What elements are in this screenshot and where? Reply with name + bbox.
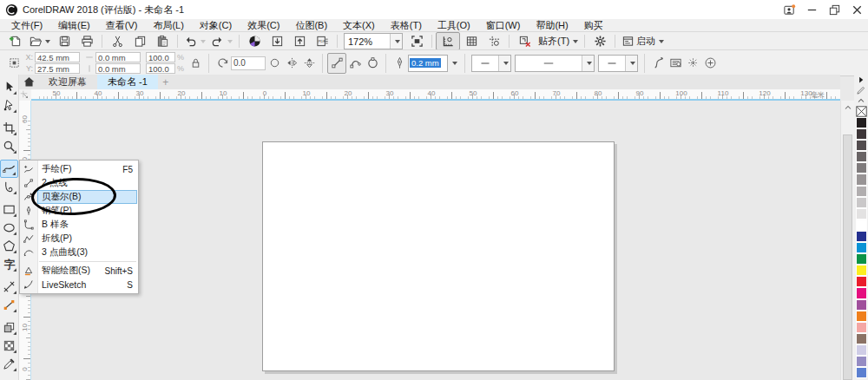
width-input[interactable] (95, 52, 141, 62)
tool-shape[interactable] (0, 96, 18, 115)
tool-drop-shadow[interactable] (0, 318, 18, 337)
drawing-canvas[interactable] (31, 101, 840, 380)
snap-disable-button[interactable] (513, 33, 536, 49)
menu-file[interactable]: 文件(F) (3, 19, 50, 31)
menu-item-freehand[interactable]: 手绘(F) F5 (20, 162, 138, 176)
menu-item-livesketch[interactable]: LiveSketch S (20, 278, 138, 292)
menu-tools[interactable]: 工具(O) (430, 19, 478, 31)
arc-segment-button[interactable] (346, 54, 364, 73)
welcome-home-button[interactable] (19, 75, 38, 89)
open-button[interactable] (26, 33, 53, 49)
menu-item-smart-drawing[interactable]: 智能绘图(S) Shift+S (20, 264, 138, 278)
tool-polygon[interactable] (0, 237, 18, 255)
swatch-pale-lavender[interactable] (856, 344, 867, 356)
launch-button[interactable]: 启动 (619, 33, 667, 49)
swatch-green[interactable] (856, 253, 867, 265)
tool-connector[interactable] (0, 296, 18, 314)
account-button[interactable] (778, 1, 800, 18)
swatch-yellow[interactable] (856, 265, 867, 276)
show-rulers-button[interactable] (436, 32, 460, 50)
tab-untitled-1[interactable]: 未命名 -1 (97, 75, 158, 89)
swatch-magenta[interactable] (856, 287, 867, 298)
tool-freehand[interactable] (0, 160, 18, 178)
menu-item-3-point-curve[interactable]: 3 点曲线(3) (20, 246, 138, 259)
swatch-red[interactable] (856, 276, 867, 287)
zoom-level-dropdown[interactable] (390, 34, 402, 49)
menu-view[interactable]: 查看(V) (98, 19, 146, 31)
show-grid-button[interactable] (460, 33, 483, 49)
tool-pick[interactable] (0, 78, 18, 96)
swatch-blue[interactable] (856, 231, 867, 242)
object-position-button[interactable] (5, 54, 23, 73)
scale-v-input[interactable] (146, 63, 175, 74)
menu-object[interactable]: 对象(C) (192, 19, 240, 31)
document-page[interactable] (262, 141, 615, 371)
scroll-up-button[interactable] (841, 101, 855, 114)
end-arrowhead-dropdown[interactable] (625, 56, 637, 71)
menu-layout[interactable]: 布局(L) (145, 19, 191, 31)
scale-h-input[interactable] (146, 52, 175, 62)
menu-window[interactable]: 窗口(W) (478, 19, 529, 31)
swatch-black[interactable] (856, 117, 867, 128)
vertical-scrollbar[interactable] (840, 101, 854, 380)
outline-width-value[interactable]: 0.2 mm (410, 58, 441, 68)
tab-welcome[interactable]: 欢迎屏幕 (38, 75, 97, 89)
menu-item-b-spline[interactable]: B 样条 (20, 218, 138, 232)
rotate-button[interactable] (214, 54, 231, 73)
swatch-sky-blue[interactable] (856, 367, 867, 378)
zoom-level[interactable]: 172% (344, 33, 403, 49)
search-content-button[interactable] (243, 33, 266, 49)
swatch-pink[interactable] (856, 322, 867, 333)
menu-edit[interactable]: 编辑(E) (50, 19, 98, 31)
menu-effects[interactable]: 效果(C) (240, 19, 287, 31)
start-arrowhead-dropdown[interactable] (498, 56, 510, 71)
minimize-button[interactable] (800, 1, 823, 18)
tool-ellipse[interactable] (0, 219, 18, 237)
new-document-button[interactable] (3, 33, 26, 49)
swatch-lavender[interactable] (856, 356, 867, 367)
palette-options-button[interactable] (854, 85, 868, 95)
rotation-angle-input[interactable] (231, 56, 266, 70)
tool-rectangle[interactable] (0, 200, 18, 219)
menu-text[interactable]: 文本(X) (335, 19, 383, 31)
tool-transparency[interactable] (0, 337, 18, 355)
swatch-60-black[interactable] (856, 162, 867, 174)
swatch-purple[interactable] (856, 299, 867, 311)
end-arrowhead-combo[interactable] (598, 55, 638, 72)
palette-overflow-button[interactable] (854, 75, 868, 85)
import-button[interactable] (266, 33, 288, 49)
close-curve-button[interactable] (364, 54, 381, 73)
snap-to-button[interactable]: 贴齐(T) (536, 33, 581, 49)
x-position-input[interactable] (35, 52, 80, 62)
swatch-80-black[interactable] (856, 140, 867, 151)
line-segment-button[interactable] (327, 53, 346, 74)
new-tab-button[interactable]: + (158, 75, 174, 89)
tool-dimension[interactable] (0, 278, 18, 296)
swatch-white[interactable] (856, 219, 867, 231)
outline-width-combo[interactable]: 0.2 mm (408, 55, 448, 72)
tool-crop[interactable] (0, 119, 18, 137)
menu-table[interactable]: 表格(T) (383, 19, 430, 31)
scrollbar-thumb[interactable] (843, 134, 852, 380)
palette-scroll-up[interactable] (854, 95, 868, 106)
menu-bitmaps[interactable]: 位图(B) (287, 19, 335, 31)
swatch-cyan[interactable] (856, 242, 867, 253)
y-position-input[interactable] (35, 63, 80, 74)
swatch-70-black[interactable] (856, 151, 867, 162)
restore-button[interactable] (823, 1, 845, 18)
menu-buy[interactable]: 购买 (576, 19, 611, 31)
paste-button[interactable] (151, 33, 174, 49)
swatch-40-black[interactable] (856, 186, 867, 197)
swatch-brown[interactable] (856, 333, 867, 344)
height-input[interactable] (95, 63, 141, 74)
swatch-orange[interactable] (856, 311, 867, 322)
menu-help[interactable]: 帮助(H) (528, 19, 575, 31)
zoom-level-value[interactable]: 172% (345, 36, 390, 47)
swatch-30-black[interactable] (856, 197, 867, 208)
swatch-90-black[interactable] (856, 128, 867, 140)
line-style-dropdown[interactable] (582, 56, 594, 71)
swatch-20-black[interactable] (856, 208, 867, 219)
outline-width-dropdown[interactable] (448, 54, 460, 73)
show-guidelines-button[interactable] (483, 33, 505, 49)
close-button[interactable] (845, 1, 868, 18)
